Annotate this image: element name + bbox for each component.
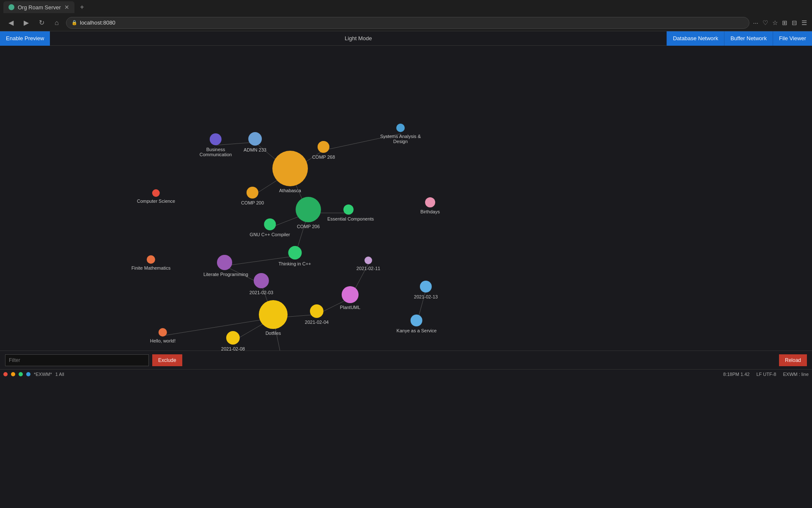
node-label-admn233: ADMN 233 [244, 147, 266, 152]
node-comp206[interactable]: COMP 206 [296, 197, 321, 229]
tab-close-button[interactable]: ✕ [64, 4, 69, 11]
node-circle-birthdays [425, 197, 435, 207]
star-icon[interactable]: ☆ [772, 19, 778, 27]
node-comp268[interactable]: COMP 268 [312, 141, 335, 160]
status-encoding: LF UTF-8 [756, 372, 776, 377]
node-label-business-comm: BusinessCommunication [200, 147, 232, 157]
status-mode: EXWM : line [783, 372, 809, 377]
extensions-icon[interactable]: ··· [753, 19, 758, 27]
node-thinking-cpp[interactable]: Thinking in C++ [278, 246, 311, 266]
node-label-computer-science: Computer Science [137, 199, 176, 204]
node-literate-prog[interactable]: Literate Programming [203, 255, 246, 277]
node-label-kanye: Kanye as a Service [397, 328, 437, 333]
node-label-athabasca: Athabasca [279, 188, 301, 193]
node-plantuml[interactable]: PlantUML [340, 286, 360, 310]
node-circle-essential-components [343, 204, 354, 215]
node-label-literate-prog: Literate Programming [203, 272, 246, 277]
home-button[interactable]: ⌂ [51, 19, 63, 27]
node-gnu-cpp[interactable]: GNU C++ Compiler [250, 218, 290, 237]
node-2021-02-08[interactable]: 2021-02-08 [221, 331, 245, 351]
nav-tabs: Database Network Buffer Network File Vie… [667, 31, 812, 46]
node-circle-comp206 [296, 197, 321, 222]
node-label-2021-02-08: 2021-02-08 [221, 346, 245, 351]
status-dot-blue [26, 372, 30, 376]
status-time: 8:18PM 1.42 [723, 372, 749, 377]
node-label-essential-components: Essential Components [327, 216, 370, 221]
menu-icon[interactable]: ☰ [801, 19, 807, 27]
profile-icon[interactable]: ⊞ [782, 19, 787, 27]
buffer-network-tab[interactable]: Buffer Network [724, 31, 773, 46]
reload-page-button[interactable]: ↻ [36, 19, 47, 27]
node-circle-comp268 [318, 141, 329, 153]
node-label-comp268: COMP 268 [312, 155, 335, 160]
node-2021-02-04[interactable]: 2021-02-04 [305, 304, 329, 325]
browser-tab[interactable]: Org Roam Server ✕ [3, 1, 74, 13]
enable-preview-button[interactable]: Enable Preview [0, 31, 50, 46]
node-label-hello-world: Hello, world! [150, 338, 176, 343]
node-computer-science[interactable]: Computer Science [137, 189, 176, 204]
node-circle-business-comm [210, 133, 222, 145]
node-admn233[interactable]: ADMN 233 [244, 132, 266, 152]
grid-icon[interactable]: ⊟ [792, 19, 797, 27]
exclude-button[interactable]: Exclude [152, 354, 182, 366]
network-edges [0, 46, 812, 351]
node-athabasca[interactable]: Athabasca [272, 151, 308, 193]
node-essential-components[interactable]: Essential Components [327, 204, 370, 221]
node-circle-finite-math [147, 255, 155, 264]
node-circle-systems-analysis [396, 124, 405, 132]
back-button[interactable]: ◀ [5, 19, 17, 27]
node-circle-comp200 [247, 187, 258, 199]
node-circle-2021-02-08 [226, 331, 240, 345]
app-bar: Enable Preview Light Mode Database Netwo… [0, 31, 812, 46]
filter-input[interactable] [5, 354, 149, 366]
node-label-2021-02-04: 2021-02-04 [305, 320, 329, 325]
status-dot-green [19, 372, 23, 376]
node-kanye[interactable]: Kanye as a Service [397, 315, 437, 333]
node-label-comp200: COMP 200 [241, 200, 264, 205]
node-comp200[interactable]: COMP 200 [241, 187, 264, 205]
node-dotfiles[interactable]: Dotfiles [259, 300, 288, 336]
node-label-comp206: COMP 206 [297, 224, 320, 229]
node-2021-02-13[interactable]: 2021-02-13 [414, 281, 438, 299]
node-label-finite-math: Finite Mathematics [132, 265, 170, 271]
file-viewer-tab[interactable]: File Viewer [773, 31, 812, 46]
new-tab-button[interactable]: + [76, 3, 88, 11]
node-label-2021-02-13: 2021-02-13 [414, 294, 438, 299]
node-circle-dotfiles [259, 300, 288, 329]
forward-button[interactable]: ▶ [20, 19, 32, 27]
node-hello-world[interactable]: Hello, world! [150, 328, 176, 343]
node-2021-02-03[interactable]: 2021-02-03 [250, 273, 273, 295]
node-label-plantuml: PlantUML [340, 305, 360, 310]
node-label-thinking-cpp: Thinking in C++ [278, 261, 311, 266]
tab-title: Org Roam Server [18, 4, 61, 11]
status-bar: *EXWM* 1 All 8:18PM 1.42 LF UTF-8 EXWM :… [0, 369, 812, 378]
node-circle-admn233 [248, 132, 262, 146]
node-business-comm[interactable]: BusinessCommunication [200, 133, 232, 157]
database-network-tab[interactable]: Database Network [667, 31, 724, 46]
node-circle-computer-science [152, 189, 160, 197]
node-birthdays[interactable]: Birthdays [420, 197, 440, 214]
node-circle-plantuml [342, 286, 359, 303]
workspace-label: 1 All [55, 372, 64, 377]
security-icon: 🔒 [71, 20, 77, 25]
filter-bar: Exclude Reload [0, 351, 812, 369]
status-dot-yellow [11, 372, 15, 376]
exwm-label: *EXWM* [34, 372, 52, 377]
url-text: localhost:8080 [80, 19, 115, 26]
tab-favicon [8, 4, 14, 10]
address-bar-input[interactable]: 🔒 localhost:8080 [66, 17, 749, 29]
node-systems-analysis[interactable]: Systems Analysis &Design [380, 124, 421, 144]
bookmark-icon[interactable]: ♡ [763, 19, 768, 27]
node-circle-kanye [411, 315, 422, 326]
node-2021-02-11[interactable]: 2021-02-11 [357, 257, 380, 271]
node-circle-hello-world [159, 328, 167, 337]
status-dot-red [3, 372, 8, 376]
node-label-dotfiles: Dotfiles [266, 331, 281, 336]
network-canvas[interactable]: BusinessCommunicationADMN 233COMP 268Sys… [0, 46, 812, 351]
node-circle-2021-02-03 [254, 273, 269, 288]
node-finite-math[interactable]: Finite Mathematics [132, 255, 170, 271]
light-mode-label: Light Mode [50, 35, 667, 41]
node-label-gnu-cpp: GNU C++ Compiler [250, 232, 290, 237]
node-label-2021-02-11: 2021-02-11 [357, 266, 380, 271]
reload-button[interactable]: Reload [779, 354, 807, 366]
